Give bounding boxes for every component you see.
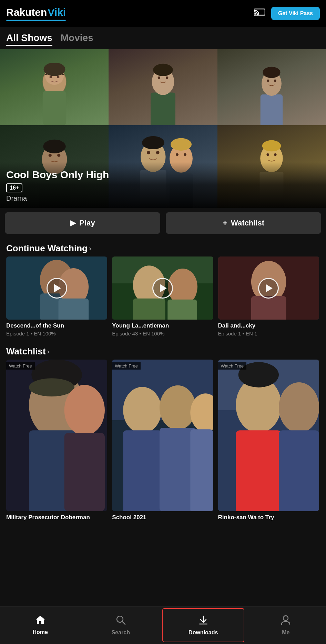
- logo-rakuten-text: Rakuten: [6, 7, 47, 18]
- hero-genre: Drama: [6, 194, 320, 202]
- continue-watching-item-1[interactable]: Descend...of the Sun Episode 1 • EN 100%: [6, 256, 107, 336]
- svg-rect-78: [279, 431, 319, 512]
- watchlist-item-2[interactable]: Watch Free School 2021: [112, 360, 213, 522]
- nav-me-label: Me: [282, 630, 289, 636]
- watchlist-item-3[interactable]: Watch Free Rinko-san Wa to Try: [218, 360, 319, 522]
- hero-title: Cool Boys Only High: [6, 169, 320, 181]
- continue-watching-header[interactable]: Continue Watching ›: [0, 238, 326, 256]
- continue-watching-sub-3: Episode 1 • EN 1: [218, 331, 319, 336]
- play-circle-2: [152, 278, 173, 299]
- play-circle-1: [47, 278, 67, 299]
- svg-point-20: [274, 79, 276, 82]
- continue-watching-title: Continue Watching: [6, 243, 88, 254]
- svg-rect-4: [42, 91, 66, 125]
- nav-me[interactable]: Me: [246, 606, 326, 644]
- svg-rect-70: [191, 430, 213, 512]
- watchlist-badge-2: Watch Free: [112, 362, 141, 370]
- play-overlay-3: [218, 256, 319, 320]
- logo-viki-text: Viki: [48, 7, 66, 18]
- svg-point-12: [158, 77, 160, 79]
- watchlist-badge-3: Watch Free: [218, 362, 247, 370]
- svg-point-77: [279, 382, 319, 433]
- play-icon: ▶: [70, 219, 76, 228]
- continue-watching-thumb-1: [6, 256, 107, 320]
- svg-point-33: [171, 138, 192, 151]
- watchlist-label: Watchlist: [231, 219, 264, 228]
- tab-all-shows[interactable]: All Shows: [6, 32, 52, 46]
- watchlist-thumb-1: Watch Free: [6, 360, 107, 511]
- svg-rect-9: [151, 93, 175, 125]
- app-logo: Rakuten Viki: [6, 7, 66, 21]
- svg-rect-62: [64, 433, 105, 511]
- plus-icon: +: [223, 218, 227, 228]
- play-circle-3: [258, 278, 279, 299]
- watchlist-title: Watchlist: [6, 346, 46, 357]
- svg-point-60: [29, 379, 74, 397]
- nav-home[interactable]: Home: [0, 606, 81, 644]
- svg-point-7: [49, 76, 52, 78]
- watchlist-chevron: ›: [47, 348, 50, 355]
- watchlist-thumb-3: Watch Free: [218, 360, 319, 511]
- hero-rating-badge: 16+: [6, 183, 22, 192]
- play-overlay-2: [112, 256, 213, 320]
- continue-watching-thumb-3: [218, 256, 319, 320]
- svg-rect-15: [166, 87, 169, 89]
- nav-home-label: Home: [33, 629, 48, 635]
- svg-point-25: [57, 154, 60, 157]
- tab-movies[interactable]: Movies: [61, 32, 93, 46]
- svg-point-82: [283, 616, 288, 621]
- header-actions: Get Viki Pass: [254, 7, 320, 20]
- play-triangle-3: [266, 284, 273, 292]
- continue-watching-item-3[interactable]: Dali and...cky Episode 1 • EN 1: [218, 256, 319, 336]
- nav-downloads[interactable]: Downloads: [162, 608, 244, 642]
- play-button[interactable]: ▶ Play: [5, 212, 160, 234]
- watchlist-card-title-3: Rinko-san Wa to Try: [218, 514, 319, 521]
- svg-point-39: [267, 153, 269, 156]
- search-icon: [115, 615, 126, 627]
- continue-watching-item-2[interactable]: Young La...entleman Episode 43 • EN 100%: [112, 256, 213, 336]
- nav-search-label: Search: [112, 630, 130, 636]
- watchlist-card-title-1: Military Prosecutor Doberman: [6, 514, 107, 521]
- viki-pass-button[interactable]: Get Viki Pass: [271, 7, 320, 20]
- watchlist-badge-1: Watch Free: [6, 362, 35, 370]
- watchlist-card-title-2: School 2021: [112, 514, 213, 521]
- watchlist-header[interactable]: Watchlist ›: [0, 341, 326, 360]
- svg-point-29: [147, 151, 150, 154]
- cast-icon[interactable]: [254, 8, 265, 20]
- svg-point-13: [166, 77, 168, 79]
- play-overlay-1: [6, 256, 107, 320]
- svg-rect-14: [157, 87, 160, 89]
- watchlist-item-1[interactable]: Watch Free Military Prosecutor Doberman: [6, 360, 107, 522]
- continue-watching-title-1: Descend...of the Sun: [6, 322, 107, 329]
- me-icon: [281, 615, 291, 627]
- svg-point-65: [123, 387, 162, 433]
- watchlist-button[interactable]: + Watchlist: [166, 212, 321, 234]
- svg-point-30: [156, 151, 160, 154]
- continue-watching-thumb-2: [112, 256, 213, 320]
- svg-point-61: [64, 385, 105, 436]
- watchlist-thumb-2: Watch Free: [112, 360, 213, 511]
- svg-point-67: [160, 385, 196, 430]
- continue-watching-title-3: Dali and...cky: [218, 322, 319, 329]
- svg-rect-16: [261, 94, 283, 125]
- svg-rect-75: [236, 431, 281, 512]
- continue-watching-sub-1: Episode 1 • EN 100%: [6, 331, 107, 336]
- bottom-navigation: Home Search Downloads Me: [0, 606, 326, 644]
- nav-downloads-label: Downloads: [189, 630, 218, 636]
- continue-watching-sub-2: Episode 43 • EN 100%: [112, 331, 213, 336]
- svg-point-11: [153, 64, 173, 76]
- svg-point-19: [267, 79, 269, 82]
- svg-point-23: [43, 140, 65, 153]
- hero-info-overlay: Cool Boys Only High 16+ Drama: [0, 162, 326, 208]
- download-icon: [198, 615, 208, 627]
- svg-point-24: [48, 154, 51, 157]
- continue-watching-list: Descend...of the Sun Episode 1 • EN 100%: [0, 256, 326, 341]
- svg-point-35: [184, 153, 186, 156]
- continue-watching-title-2: Young La...entleman: [112, 322, 213, 329]
- nav-search[interactable]: Search: [81, 606, 161, 644]
- svg-point-1: [254, 14, 255, 16]
- svg-point-34: [176, 153, 179, 156]
- action-buttons: ▶ Play + Watchlist: [0, 208, 326, 238]
- content-tabs: All Shows Movies: [0, 27, 326, 49]
- watchlist-section: Watchlist › Watch Free Military Prosec: [0, 341, 326, 526]
